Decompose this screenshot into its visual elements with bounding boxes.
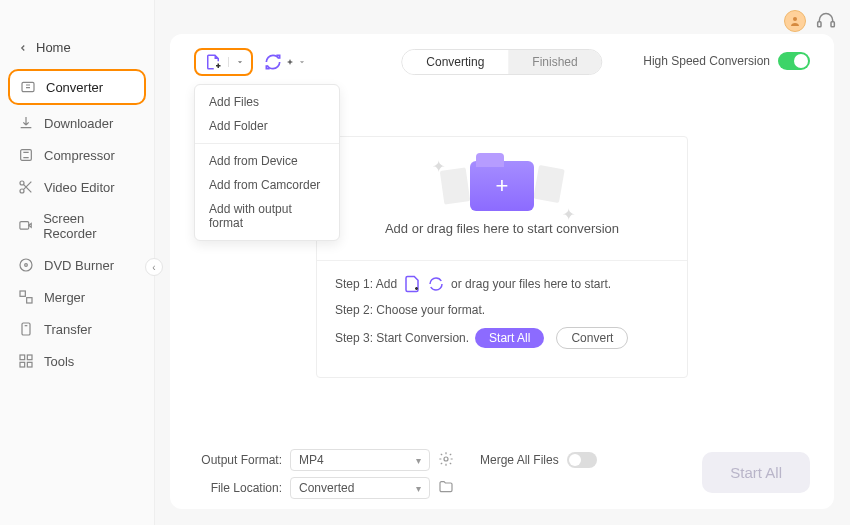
scissors-icon	[18, 179, 34, 195]
sidebar-item-converter[interactable]: Converter	[8, 69, 146, 105]
tab-finished[interactable]: Finished	[508, 50, 601, 74]
svg-point-5	[20, 181, 24, 185]
open-folder-icon[interactable]	[438, 479, 454, 498]
sidebar-item-screen-recorder[interactable]: Screen Recorder	[0, 203, 154, 249]
svg-rect-11	[27, 298, 32, 303]
gear-icon[interactable]	[438, 451, 454, 470]
converter-icon	[20, 79, 36, 95]
toolbar: Converting Finished High Speed Conversio…	[194, 48, 810, 76]
menu-add-format[interactable]: Add with output format	[195, 197, 339, 235]
svg-rect-7	[20, 222, 29, 230]
sidebar-label: Transfer	[44, 322, 92, 337]
merger-icon	[18, 289, 34, 305]
chevron-down-icon[interactable]	[228, 57, 251, 67]
add-url-button[interactable]	[263, 52, 307, 72]
sidebar-item-dvd-burner[interactable]: DVD Burner	[0, 249, 154, 281]
svg-rect-4	[21, 150, 32, 161]
bottom-bar: Output Format: MP4▾ Merge All Files File…	[194, 443, 810, 499]
menu-add-camcorder[interactable]: Add from Camcorder	[195, 173, 339, 197]
sidebar-label: DVD Burner	[44, 258, 114, 273]
sidebar-label: Compressor	[44, 148, 115, 163]
add-files-dropdown: Add Files Add Folder Add from Device Add…	[194, 84, 340, 241]
home-link[interactable]: Home	[0, 32, 154, 63]
user-avatar[interactable]	[784, 10, 806, 32]
step-2: Step 2: Choose your format.	[335, 303, 669, 317]
compressor-icon	[18, 147, 34, 163]
start-all-pill[interactable]: Start All	[475, 328, 544, 348]
drop-zone[interactable]: + ✦✦ Add or drag files here to start con…	[316, 136, 688, 378]
step-3: Step 3: Start Conversion. Start All Conv…	[335, 327, 669, 349]
svg-point-9	[25, 264, 28, 267]
add-files-button[interactable]	[194, 48, 253, 76]
svg-rect-2	[831, 22, 834, 27]
sidebar-item-downloader[interactable]: Downloader	[0, 107, 154, 139]
grid-icon	[18, 353, 34, 369]
step-1: Step 1: Add or drag your files here to s…	[335, 275, 669, 293]
tab-converting[interactable]: Converting	[402, 50, 508, 74]
sidebar-label: Screen Recorder	[43, 211, 136, 241]
output-format-label: Output Format:	[194, 453, 282, 467]
transfer-icon	[18, 321, 34, 337]
home-label: Home	[36, 40, 71, 55]
sidebar-item-merger[interactable]: Merger	[0, 281, 154, 313]
sidebar-label: Merger	[44, 290, 85, 305]
drop-message: Add or drag files here to start conversi…	[335, 221, 669, 236]
sidebar-item-transfer[interactable]: Transfer	[0, 313, 154, 345]
rotate-icon	[427, 275, 445, 293]
sidebar-label: Video Editor	[44, 180, 115, 195]
merge-label: Merge All Files	[480, 453, 559, 467]
svg-rect-1	[818, 22, 821, 27]
folder-illustration: + ✦✦	[335, 161, 669, 211]
file-location-select[interactable]: Converted▾	[290, 477, 430, 499]
recorder-icon	[18, 218, 33, 234]
svg-point-6	[20, 189, 24, 193]
collapse-sidebar[interactable]: ‹	[145, 258, 163, 276]
disc-icon	[18, 257, 34, 273]
support-icon[interactable]	[816, 11, 836, 31]
svg-point-0	[793, 17, 797, 21]
high-speed-toggle: High Speed Conversion	[643, 52, 810, 70]
svg-rect-12	[22, 323, 30, 335]
sidebar-item-tools[interactable]: Tools	[0, 345, 154, 377]
svg-rect-14	[27, 355, 32, 360]
menu-add-device[interactable]: Add from Device	[195, 149, 339, 173]
svg-point-8	[20, 259, 32, 271]
svg-rect-16	[27, 362, 32, 367]
sidebar-label: Converter	[46, 80, 103, 95]
start-all-button[interactable]: Start All	[702, 452, 810, 493]
svg-rect-15	[20, 362, 25, 367]
sidebar-label: Downloader	[44, 116, 113, 131]
menu-add-files[interactable]: Add Files	[195, 90, 339, 114]
high-speed-label: High Speed Conversion	[643, 54, 770, 68]
sidebar-item-video-editor[interactable]: Video Editor	[0, 171, 154, 203]
toggle-switch[interactable]	[778, 52, 810, 70]
output-format-select[interactable]: MP4▾	[290, 449, 430, 471]
rotate-icon	[263, 52, 283, 72]
svg-point-17	[444, 457, 448, 461]
sidebar: Home Converter Downloader Compressor Vid…	[0, 0, 155, 525]
svg-rect-10	[20, 291, 25, 296]
convert-pill[interactable]: Convert	[556, 327, 628, 349]
merge-toggle[interactable]	[567, 452, 597, 468]
file-location-label: File Location:	[194, 481, 282, 495]
add-file-icon	[403, 275, 421, 293]
sidebar-item-compressor[interactable]: Compressor	[0, 139, 154, 171]
menu-add-folder[interactable]: Add Folder	[195, 114, 339, 138]
download-icon	[18, 115, 34, 131]
svg-rect-3	[22, 82, 34, 91]
svg-rect-13	[20, 355, 25, 360]
add-file-icon	[196, 53, 228, 71]
status-tabs: Converting Finished	[401, 49, 602, 75]
chevron-down-icon	[297, 53, 307, 71]
main-panel: Converting Finished High Speed Conversio…	[170, 34, 834, 509]
sidebar-label: Tools	[44, 354, 74, 369]
